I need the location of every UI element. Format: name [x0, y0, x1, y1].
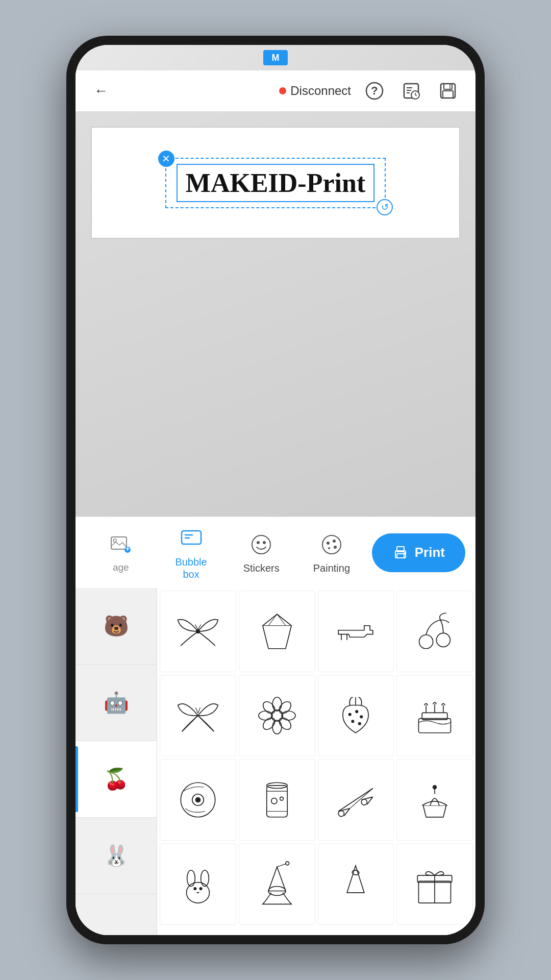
- sticker-cell-butterfly1[interactable]: [160, 591, 236, 672]
- sticker-cherry1: [412, 608, 458, 654]
- svg-point-90: [286, 862, 289, 865]
- sticker-cell-gift[interactable]: [396, 843, 473, 925]
- app-logo: M: [263, 50, 288, 65]
- svg-point-54: [360, 716, 363, 718]
- status-bar: M: [76, 45, 475, 70]
- sticker-cell-strawberry[interactable]: [318, 675, 394, 756]
- sticker-butterfly2: [175, 693, 221, 739]
- rotate-handle[interactable]: ↺: [377, 199, 393, 215]
- svg-point-19: [257, 541, 260, 544]
- disconnect-button[interactable]: Disconnect: [279, 84, 351, 98]
- sticker-vinyl: [175, 777, 221, 823]
- sticker-can: [254, 777, 300, 823]
- svg-point-86: [199, 888, 202, 890]
- sticker-cell-gun[interactable]: [318, 591, 394, 672]
- svg-point-23: [333, 540, 336, 543]
- phone-shell: M ← Disconnect ?: [66, 36, 485, 944]
- disconnect-dot-icon: [279, 87, 286, 94]
- sticker-sidebar: 🐻 🤖 🍒 🐰: [76, 588, 157, 935]
- save-button[interactable]: [435, 78, 461, 104]
- toolbar-item-painting[interactable]: Painting: [296, 526, 367, 579]
- print-button[interactable]: Print: [372, 533, 465, 572]
- sticker-cell-can[interactable]: [239, 759, 315, 841]
- sticker-cell-shark[interactable]: [318, 843, 394, 925]
- help-icon: ?: [365, 82, 384, 100]
- back-button[interactable]: ←: [90, 80, 112, 102]
- image-icon: +: [108, 531, 134, 558]
- svg-line-71: [339, 789, 373, 812]
- svg-marker-33: [263, 614, 291, 649]
- svg-point-53: [356, 710, 358, 713]
- svg-point-25: [328, 547, 330, 549]
- toolbar-item-image[interactable]: + age: [86, 526, 156, 579]
- history-button[interactable]: [398, 78, 424, 104]
- toolbar-item-stickers[interactable]: Stickers: [226, 526, 296, 579]
- svg-point-56: [359, 723, 361, 725]
- svg-point-43: [271, 710, 283, 722]
- sticker-butterfly1: [175, 608, 221, 654]
- sticker-cell-witch[interactable]: [239, 843, 315, 925]
- selection-box[interactable]: ✕ MAKEID-Print ↺: [165, 158, 386, 208]
- svg-rect-8: [444, 84, 452, 89]
- category-icon-3: 🍒: [104, 767, 129, 791]
- bubble-box-icon: [178, 525, 205, 552]
- sticker-category-4[interactable]: 🐰: [76, 818, 157, 894]
- svg-point-55: [352, 720, 355, 723]
- svg-point-40: [437, 633, 450, 647]
- print-icon: [392, 545, 409, 561]
- sticker-cell-cake[interactable]: [396, 675, 473, 756]
- svg-marker-91: [347, 866, 365, 893]
- svg-point-21: [322, 535, 341, 554]
- sticker-rabbit: [175, 861, 221, 907]
- canvas-area: ✕ MAKEID-Print ↺: [76, 111, 475, 517]
- phone-screen: M ← Disconnect ?: [76, 45, 475, 935]
- svg-point-46: [259, 711, 272, 720]
- svg-point-74: [339, 811, 344, 816]
- sticker-cell-diamond[interactable]: [239, 591, 315, 672]
- sticker-category-2[interactable]: 🤖: [76, 665, 157, 741]
- sticker-category-3[interactable]: 🍒: [76, 741, 157, 818]
- sticker-strawberry: [333, 693, 379, 739]
- svg-text:+: +: [126, 545, 130, 553]
- svg-point-18: [252, 535, 270, 554]
- svg-point-45: [272, 720, 282, 734]
- painting-label: Painting: [313, 562, 350, 574]
- svg-rect-57: [419, 719, 451, 733]
- sticker-gun: [333, 608, 379, 654]
- sticker-cell-cupcake[interactable]: [396, 759, 473, 841]
- delete-handle[interactable]: ✕: [158, 151, 174, 167]
- sticker-cell-music[interactable]: [318, 759, 394, 841]
- sticker-cell-flower[interactable]: [239, 675, 315, 756]
- sticker-cell-butterfly2[interactable]: [160, 675, 236, 756]
- toolbar-item-bubble-box[interactable]: Bubblebox: [156, 520, 227, 585]
- help-button[interactable]: ?: [361, 78, 388, 104]
- svg-rect-15: [182, 531, 201, 544]
- svg-point-24: [334, 546, 337, 549]
- save-icon: [439, 82, 457, 100]
- image-label: age: [113, 562, 129, 574]
- svg-point-39: [419, 635, 433, 649]
- sticker-flower: [254, 693, 300, 739]
- category-icon-4: 🐰: [104, 844, 129, 868]
- sticker-cell-rabbit[interactable]: [160, 843, 236, 925]
- sticker-panel: 🐻 🤖 🍒 🐰: [76, 588, 475, 935]
- sticker-cell-cherry1[interactable]: [396, 591, 473, 672]
- sticker-music: [333, 777, 379, 823]
- sticker-grid: [157, 588, 475, 935]
- svg-point-20: [263, 541, 266, 544]
- sticker-cake: [412, 693, 458, 739]
- svg-point-44: [272, 697, 282, 711]
- canvas-white: ✕ MAKEID-Print ↺: [91, 127, 460, 239]
- sticker-category-1[interactable]: 🐻: [76, 588, 157, 665]
- sticker-cupcake: [412, 777, 458, 823]
- disconnect-label: Disconnect: [290, 84, 351, 98]
- painting-icon: [318, 531, 345, 558]
- sticker-cell-vinyl[interactable]: [160, 759, 236, 841]
- sticker-gift: [412, 861, 458, 907]
- svg-point-22: [327, 542, 330, 545]
- svg-rect-9: [443, 91, 453, 98]
- svg-point-70: [280, 797, 283, 800]
- canvas-text[interactable]: MAKEID-Print: [177, 164, 374, 202]
- sticker-diamond: [254, 608, 300, 654]
- svg-line-89: [277, 864, 286, 867]
